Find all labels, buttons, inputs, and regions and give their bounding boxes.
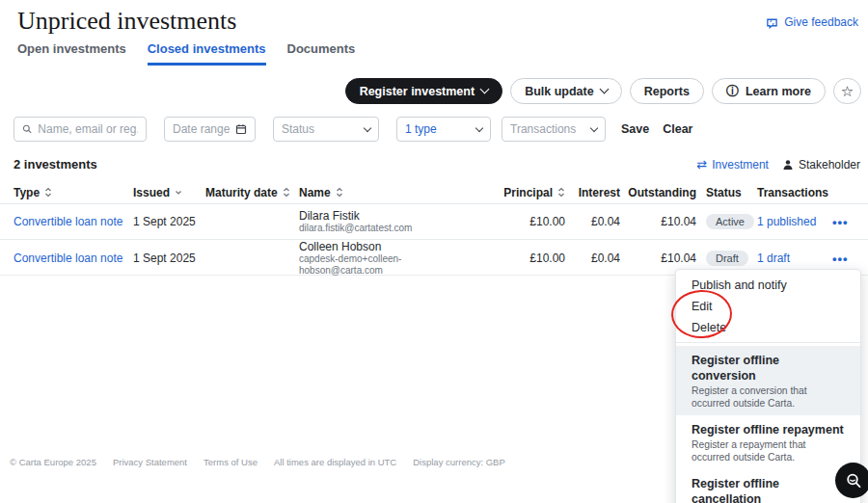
- tab-documents[interactable]: Documents: [287, 41, 356, 66]
- star-icon: ☆: [841, 84, 854, 98]
- reports-label: Reports: [644, 85, 690, 98]
- menu-item-description: Register a repayment that occurred outsi…: [692, 439, 845, 463]
- interest-value: £0.04: [565, 252, 620, 265]
- sort-icon: [336, 187, 343, 198]
- type-filter-select[interactable]: 1 type: [396, 117, 491, 142]
- person-icon: [782, 159, 794, 171]
- date-range-label: Date range: [173, 122, 230, 136]
- menu-item-register-offline-cancellation[interactable]: Register offline cancellation Register a…: [676, 469, 860, 503]
- principal-value: £10.00: [474, 215, 565, 228]
- header-issued[interactable]: Issued: [133, 186, 205, 199]
- zoom-widget-button[interactable]: [835, 463, 868, 498]
- investment-type-link[interactable]: Convertible loan note: [14, 252, 133, 265]
- page-title: Unpriced investments: [17, 6, 236, 37]
- date-range-field[interactable]: Date range: [164, 117, 256, 142]
- clear-filters-button[interactable]: Clear: [663, 122, 692, 136]
- menu-item-delete[interactable]: Delete: [676, 317, 860, 338]
- transactions-filter-label: Transactions: [510, 122, 576, 136]
- give-feedback-label: Give feedback: [784, 15, 858, 29]
- header-principal[interactable]: Principal: [474, 186, 565, 199]
- chevron-down-icon: [590, 123, 598, 131]
- header-maturity-date[interactable]: Maturity date: [205, 186, 299, 199]
- investments-table: Type Issued Maturity date Name Principal…: [0, 181, 868, 276]
- header-interest: Interest: [565, 186, 620, 199]
- calendar-icon: [235, 123, 247, 135]
- give-feedback-link[interactable]: Give feedback: [766, 15, 858, 29]
- search-input[interactable]: [38, 122, 138, 136]
- bulk-update-button[interactable]: Bulk update: [510, 78, 622, 104]
- outstanding-value: £10.04: [620, 215, 696, 228]
- issued-date: 1 Sept 2025: [133, 252, 205, 265]
- terms-of-use-link[interactable]: Terms of Use: [203, 457, 258, 467]
- transactions-link[interactable]: 1 published: [747, 215, 832, 228]
- actions-row: Register investment Bulk update Reports …: [0, 78, 868, 104]
- row-actions-menu-button[interactable]: •••: [832, 215, 861, 229]
- filters-row: Date range Status 1 type Transactions Sa…: [0, 117, 868, 142]
- outstanding-value: £10.04: [620, 252, 696, 265]
- copyright-text: © Carta Europe 2025: [10, 457, 96, 467]
- favorite-button[interactable]: ☆: [833, 78, 861, 104]
- tab-open-investments[interactable]: Open investments: [17, 41, 126, 66]
- stakeholder-email: dilara.fistik@cartatest.com: [299, 223, 474, 234]
- utc-notice: All times are displayed in UTC: [274, 457, 396, 467]
- menu-item-register-offline-repayment[interactable]: Register offline repayment Register a re…: [676, 415, 860, 469]
- save-filters-button[interactable]: Save: [621, 122, 649, 136]
- status-cell: Draft: [696, 251, 747, 266]
- transactions-filter-select[interactable]: Transactions: [502, 117, 606, 142]
- table-header-row: Type Issued Maturity date Name Principal…: [0, 181, 868, 204]
- reports-button[interactable]: Reports: [630, 78, 704, 104]
- sort-desc-icon: [175, 190, 182, 196]
- view-toggle-stakeholder[interactable]: Stakeholder: [782, 158, 860, 172]
- info-icon: ⓘ: [726, 85, 739, 97]
- menu-item-description: Register a conversion that occurred outs…: [692, 385, 845, 410]
- table-row: Convertible loan note 1 Sept 2025 Dilara…: [0, 204, 868, 240]
- menu-item-title: Register offline cancellation: [692, 476, 845, 503]
- view-toggle-investment[interactable]: ⇄ Investment: [696, 158, 769, 172]
- swap-arrows-icon: ⇄: [696, 158, 707, 171]
- view-toggle-stakeholder-label: Stakeholder: [799, 158, 860, 172]
- menu-item-publish-and-notify[interactable]: Publish and notify: [676, 275, 860, 296]
- header-name[interactable]: Name: [299, 186, 474, 199]
- tab-bar: Open investments Closed investments Docu…: [0, 41, 868, 66]
- header-type[interactable]: Type: [14, 186, 133, 199]
- magnifier-icon: [844, 471, 863, 490]
- status-badge: Draft: [706, 251, 748, 266]
- menu-item-title: Register offline repayment: [692, 422, 845, 437]
- tab-closed-investments[interactable]: Closed investments: [148, 41, 266, 66]
- menu-item-register-offline-conversion[interactable]: Register offline conversion Register a c…: [676, 346, 860, 415]
- learn-more-button[interactable]: ⓘ Learn more: [712, 78, 826, 104]
- type-filter-value: 1 type: [405, 122, 437, 136]
- stakeholder-email: capdesk-demo+colleen-hobson@carta.com: [299, 253, 474, 277]
- learn-more-label: Learn more: [746, 85, 811, 98]
- sort-icon: [557, 187, 565, 198]
- status-filter-label: Status: [282, 122, 314, 136]
- transactions-link[interactable]: 1 draft: [747, 252, 832, 265]
- privacy-statement-link[interactable]: Privacy Statement: [113, 457, 187, 467]
- row-actions-menu-button[interactable]: •••: [832, 252, 861, 266]
- status-filter-select[interactable]: Status: [273, 117, 379, 142]
- interest-value: £0.04: [565, 215, 620, 228]
- investment-type-link[interactable]: Convertible loan note: [14, 215, 133, 228]
- menu-item-edit[interactable]: Edit: [676, 296, 860, 317]
- display-currency: Display currency: GBP: [413, 457, 505, 467]
- sort-icon: [44, 187, 52, 198]
- chevron-down-icon: [475, 123, 483, 131]
- stakeholder-name: Colleen Hobson: [299, 240, 474, 253]
- stakeholder-name: Dilara Fistik: [299, 209, 474, 223]
- stakeholder-cell: Dilara Fistik dilara.fistik@cartatest.co…: [299, 209, 474, 234]
- search-icon: [22, 123, 32, 135]
- view-toggles: ⇄ Investment Stakeholder: [696, 158, 860, 172]
- sort-icon: [283, 187, 290, 198]
- chevron-down-icon: [364, 123, 371, 131]
- issued-date: 1 Sept 2025: [133, 215, 205, 228]
- menu-item-title: Register offline conversion: [692, 353, 845, 384]
- footer: © Carta Europe 2025 Privacy Statement Te…: [10, 457, 505, 467]
- register-investment-button[interactable]: Register investment: [345, 78, 502, 104]
- menu-divider: [676, 342, 860, 343]
- register-investment-label: Register investment: [360, 85, 475, 98]
- header-transactions: Transactions: [747, 186, 832, 199]
- status-cell: Active: [696, 214, 747, 229]
- chevron-down-icon: [599, 85, 609, 94]
- context-menu: Publish and notify Edit Delete Register …: [675, 269, 861, 503]
- search-field[interactable]: [14, 117, 147, 142]
